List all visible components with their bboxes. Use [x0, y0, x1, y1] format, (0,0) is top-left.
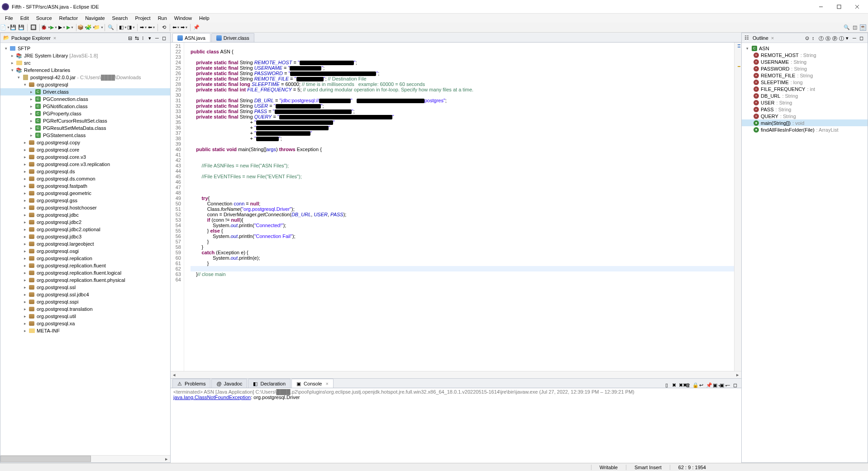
debug-icon[interactable]: 🐞▼ — [43, 24, 49, 31]
editor-hscroll[interactable]: ◂▸ — [171, 371, 741, 378]
pin-icon[interactable]: 📌 — [193, 24, 200, 31]
quick-access-icon[interactable]: 🔍 — [844, 24, 850, 31]
outline-member[interactable]: ▪USER : String — [742, 99, 868, 106]
console-maximize-icon[interactable]: ◻ — [733, 382, 739, 388]
package-node[interactable]: ▸org.postgresql.ds — [0, 168, 170, 175]
maximize-button[interactable] — [830, 0, 848, 13]
new-icon[interactable]: 📄▼ — [2, 24, 8, 31]
outline-member[interactable]: ▪DB_URL : String — [742, 92, 868, 99]
package-node[interactable]: ▸org.postgresql.jdbc — [0, 211, 170, 219]
exception-link[interactable]: java.lang.ClassNotFoundException — [173, 395, 251, 400]
toggle-block-icon[interactable]: ◨▼ — [128, 24, 134, 31]
package-node[interactable]: ▸org.postgresql.gss — [0, 197, 170, 204]
minimize-button[interactable] — [812, 0, 830, 13]
outline-hide-static-icon[interactable]: ⓢ — [825, 35, 831, 41]
overview-ruler[interactable] — [734, 43, 741, 371]
explorer-hscroll[interactable]: ◂ ▸ — [0, 455, 170, 462]
minimize-view-icon[interactable]: ─ — [155, 35, 161, 41]
console-remove-icon[interactable]: ✖ — [672, 382, 677, 388]
package-node[interactable]: ▸org.postgresql.jdbc2.optional — [0, 226, 170, 233]
outline-hide-fields-icon[interactable]: ⓕ — [819, 35, 824, 41]
menu-file[interactable]: File — [2, 15, 16, 21]
explorer-scroll-thumb[interactable] — [0, 456, 91, 462]
run-icon[interactable]: ▶▼ — [51, 24, 57, 31]
save-icon[interactable]: 💾 — [10, 24, 16, 31]
outline-member[interactable]: ▪REMOTE_HOST : String — [742, 52, 868, 58]
outline-member[interactable]: ▪REMOTE_FILE : String — [742, 72, 868, 79]
package-node[interactable]: ▸org.postgresql.translation — [0, 305, 170, 313]
menu-edit[interactable]: Edit — [17, 15, 32, 21]
package-node[interactable]: ▸org.postgresql.sspi — [0, 298, 170, 305]
console-show-std-icon[interactable]: ▣▼ — [713, 382, 718, 388]
class-node[interactable]: ▸CPGRefCursorResultSet.class — [0, 117, 170, 124]
package-node[interactable]: ▸META-INF — [0, 327, 170, 334]
outline-tree[interactable]: ▾CASN ▪REMOTE_HOST : String▪USERNAME : S… — [742, 43, 868, 462]
package-node[interactable]: ▸org.postgresql.fastpath — [0, 182, 170, 190]
outline-member[interactable]: ▪QUERY : String — [742, 113, 868, 119]
package-node[interactable]: ▸org.postgresql.replication — [0, 255, 170, 262]
tab-declaration[interactable]: ◧Declaration — [248, 379, 291, 388]
console-terminate-icon[interactable]: ▯ — [665, 382, 671, 388]
toggle-mark-icon[interactable]: ◧▼ — [120, 24, 126, 31]
filter-icon[interactable]: ⫶ — [142, 35, 147, 41]
close-button[interactable] — [848, 0, 866, 13]
outline-focus-icon[interactable]: ⊙ — [805, 35, 811, 41]
console-remove-all-icon[interactable]: ✖✖ — [679, 382, 684, 388]
package-node[interactable]: ▾org.postgresql — [0, 81, 170, 88]
jre-node[interactable]: ▸📚JRE System Library [JavaSE-1.8] — [0, 52, 170, 59]
package-node[interactable]: ▸org.postgresql.util — [0, 313, 170, 320]
forward-icon[interactable]: ➡▼ — [181, 24, 187, 31]
class-node[interactable]: ▸CPGResultSetMetaData.class — [0, 124, 170, 132]
tab-problems[interactable]: ⚠Problems — [172, 379, 210, 388]
class-node[interactable]: ▸CDriver.class — [0, 88, 170, 95]
package-node[interactable]: ▸org.postgresql.copy — [0, 139, 170, 146]
prev-annotation-icon[interactable]: ⬅▼ — [148, 24, 155, 31]
console-open-icon[interactable]: ▣▼ — [720, 382, 725, 388]
open-perspective-icon[interactable]: ◫ — [852, 24, 858, 31]
menu-help[interactable]: Help — [196, 15, 213, 21]
menu-search[interactable]: Search — [109, 15, 131, 21]
outline-sort-icon[interactable]: ↕ — [812, 35, 817, 41]
back-icon[interactable]: ⬅▼ — [173, 24, 179, 31]
menu-run[interactable]: Run — [155, 15, 170, 21]
outline-menu-icon[interactable]: ▾ — [846, 35, 851, 41]
package-explorer-tree[interactable]: ▾SFTP ▸📚JRE System Library [JavaSE-1.8] … — [0, 43, 170, 455]
project-node[interactable]: ▾SFTP — [0, 45, 170, 52]
open-type-icon[interactable]: 🔲 — [30, 24, 37, 31]
collapse-all-icon[interactable]: ⊟ — [128, 35, 134, 41]
package-node[interactable]: ▸org.postgresql.ssl — [0, 284, 170, 291]
package-node[interactable]: ▸org.postgresql.jdbc3 — [0, 233, 170, 240]
run-last-icon[interactable]: ▶▼ — [67, 24, 73, 31]
outline-member[interactable]: ▪PASSWORD : String — [742, 65, 868, 72]
package-node[interactable]: ▸org.postgresql.core.v3 — [0, 153, 170, 161]
package-node[interactable]: ▸org.postgresql.hostchooser — [0, 204, 170, 211]
class-node[interactable]: ▸CPGConnection.class — [0, 95, 170, 103]
console-pin-icon[interactable]: 📌 — [706, 382, 711, 388]
last-edit-icon[interactable]: ⟲ — [161, 24, 167, 31]
outline-hide-local-icon[interactable]: ⓛ — [839, 35, 844, 41]
coverage-icon[interactable]: ▶▼ — [59, 24, 65, 31]
src-node[interactable]: ▸src — [0, 59, 170, 67]
outline-member[interactable]: ▪PASS : String — [742, 106, 868, 113]
outline-maximize-icon[interactable]: ◻ — [859, 35, 865, 41]
package-node[interactable]: ▸org.postgresql.osgi — [0, 247, 170, 255]
console-scroll-lock-icon[interactable]: 🔒 — [692, 382, 698, 388]
code-content[interactable]: public class ASN { private static final … — [184, 43, 734, 371]
new-package-icon[interactable]: 📦▼ — [79, 24, 86, 31]
outline-hide-nonpublic-icon[interactable]: ⓟ — [832, 35, 838, 41]
outline-class[interactable]: ▾CASN — [742, 45, 868, 52]
package-node[interactable]: ▸org.postgresql.ds.common — [0, 175, 170, 182]
package-node[interactable]: ▸org.postgresql.replication.fluent.physi… — [0, 276, 170, 284]
outline-member[interactable]: ●main(String[]) : void — [742, 119, 868, 126]
new-class-icon[interactable]: 🧩▼ — [87, 24, 94, 31]
console-view[interactable]: <terminated> ASN [Java Application] C:\U… — [171, 388, 741, 463]
class-node[interactable]: ▸CPGStatement.class — [0, 132, 170, 139]
package-node[interactable]: ▸org.postgresql.xa — [0, 320, 170, 327]
class-node[interactable]: ▸CPGNotification.class — [0, 103, 170, 110]
save-all-icon[interactable]: 💾 — [18, 24, 24, 31]
link-editor-icon[interactable]: ⇆ — [135, 35, 140, 41]
package-node[interactable]: ▸org.postgresql.replication.fluent.logic… — [0, 269, 170, 276]
java-perspective-icon[interactable]: ☕ — [860, 24, 866, 31]
outline-member[interactable]: ●findAllFilesInFolder(File) : ArrayList — [742, 126, 868, 133]
menu-source[interactable]: Source — [33, 15, 55, 21]
